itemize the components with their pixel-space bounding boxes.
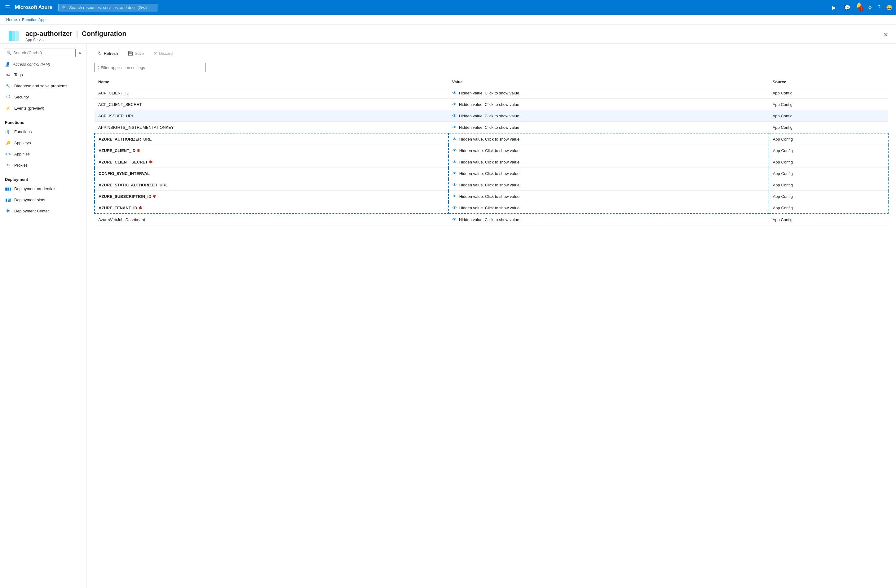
hidden-value-text: Hidden value. Click to show value bbox=[459, 194, 520, 199]
table-row[interactable]: AZURE_CLIENT_ID✱ 👁 Hidden value. Click t… bbox=[94, 145, 888, 156]
hidden-value-text: Hidden value. Click to show value bbox=[459, 125, 519, 130]
required-star: ✱ bbox=[152, 194, 156, 199]
sidebar-item-app-files[interactable]: </> App files bbox=[0, 148, 87, 160]
content-area: 🔍 « 👤 Access control (IAM) 🏷 Tags 🔧 Diag… bbox=[0, 44, 896, 588]
hidden-value-text: Hidden value. Click to show value bbox=[459, 148, 520, 153]
table-row[interactable]: ACP_ISSUER_URL 👁 Hidden value. Click to … bbox=[94, 110, 888, 122]
hidden-value-toggle[interactable]: 👁 Hidden value. Click to show value bbox=[453, 171, 765, 176]
table-row[interactable]: AZURE_AUTHORIZER_URL 👁 Hidden value. Cli… bbox=[94, 133, 888, 145]
sidebar-item-events[interactable]: ⚡ Events (preview) bbox=[0, 102, 87, 114]
setting-name: AzureWebJobsDashboard bbox=[94, 214, 448, 225]
breadcrumb-home[interactable]: Home bbox=[6, 17, 17, 22]
discard-button[interactable]: ✕ Discard bbox=[150, 49, 176, 58]
setting-source: App Config bbox=[769, 168, 888, 179]
table-row[interactable]: AZURE_TENANT_ID✱ 👁 Hidden value. Click t… bbox=[94, 202, 888, 214]
hidden-value-toggle[interactable]: 👁 Hidden value. Click to show value bbox=[453, 160, 765, 164]
table-row[interactable]: APPINSIGHTS_INSTRUMENTATIONKEY 👁 Hidden … bbox=[94, 122, 888, 134]
hidden-value-toggle[interactable]: 👁 Hidden value. Click to show value bbox=[453, 194, 765, 199]
sidebar-item-access-control[interactable]: 👤 Access control (IAM) bbox=[0, 59, 87, 69]
required-star: ✱ bbox=[149, 160, 152, 164]
hidden-value-toggle[interactable]: 👁 Hidden value. Click to show value bbox=[452, 113, 765, 118]
setting-name-text: AZURE_STATIC_AUTHORIZER_URL bbox=[99, 183, 168, 187]
table-row[interactable]: AZURE_SUBSCRIPTION_ID✱ 👁 Hidden value. C… bbox=[94, 191, 888, 202]
setting-name-text: ACP_ISSUER_URL bbox=[98, 114, 134, 118]
sidebar-search-input[interactable] bbox=[13, 50, 73, 55]
setting-value[interactable]: 👁 Hidden value. Click to show value bbox=[448, 179, 769, 191]
hidden-value-toggle[interactable]: 👁 Hidden value. Click to show value bbox=[453, 205, 765, 210]
col-value: Value bbox=[448, 77, 769, 87]
sidebar-item-proxies[interactable]: ↻ Proxies bbox=[0, 160, 87, 171]
account-icon[interactable]: 😀 bbox=[886, 5, 892, 11]
setting-value[interactable]: 👁 Hidden value. Click to show value bbox=[448, 122, 769, 134]
table-row[interactable]: CONFIG_SYNC_INTERVAL 👁 Hidden value. Cli… bbox=[94, 168, 888, 179]
table-row[interactable]: ACP_CLIENT_ID 👁 Hidden value. Click to s… bbox=[94, 87, 888, 99]
col-name: Name bbox=[94, 77, 448, 87]
setting-value[interactable]: 👁 Hidden value. Click to show value bbox=[448, 87, 769, 99]
sidebar-item-functions[interactable]: {f} Functions bbox=[0, 126, 87, 137]
hidden-value-toggle[interactable]: 👁 Hidden value. Click to show value bbox=[453, 137, 765, 141]
col-source: Source bbox=[769, 77, 888, 87]
hidden-value-toggle[interactable]: 👁 Hidden value. Click to show value bbox=[453, 182, 765, 187]
setting-value[interactable]: 👁 Hidden value. Click to show value bbox=[448, 214, 769, 225]
hidden-value-toggle[interactable]: 👁 Hidden value. Click to show value bbox=[452, 217, 765, 222]
close-button[interactable]: ✕ bbox=[882, 30, 890, 40]
filter-input[interactable] bbox=[101, 65, 203, 70]
setting-value[interactable]: 👁 Hidden value. Click to show value bbox=[448, 191, 769, 202]
search-icon: 🔍 bbox=[62, 5, 67, 10]
setting-value[interactable]: 👁 Hidden value. Click to show value bbox=[448, 133, 769, 145]
setting-value[interactable]: 👁 Hidden value. Click to show value bbox=[448, 99, 769, 110]
setting-name: APPINSIGHTS_INSTRUMENTATIONKEY bbox=[94, 122, 448, 134]
setting-name: AZURE_AUTHORIZER_URL bbox=[94, 133, 448, 145]
sidebar-item-deployment-center[interactable]: 🛠 Deployment Center bbox=[0, 205, 87, 216]
settings-icon[interactable]: ⚙ bbox=[868, 5, 872, 11]
sidebar-item-security[interactable]: 🛡 Security bbox=[0, 91, 87, 102]
sidebar-search-box[interactable]: 🔍 bbox=[4, 49, 76, 57]
sidebar-item-deployment-slots[interactable]: ▮▩ Deployment slots bbox=[0, 194, 87, 205]
feedback-icon[interactable]: 💬 bbox=[844, 5, 850, 11]
table-row[interactable]: ACP_CLIENT_SECRET 👁 Hidden value. Click … bbox=[94, 99, 888, 110]
setting-value[interactable]: 👁 Hidden value. Click to show value bbox=[448, 110, 769, 122]
hidden-value-toggle[interactable]: 👁 Hidden value. Click to show value bbox=[452, 90, 765, 96]
setting-name: AZURE_TENANT_ID✱ bbox=[94, 202, 448, 214]
eye-icon: 👁 bbox=[452, 217, 457, 222]
setting-value[interactable]: 👁 Hidden value. Click to show value bbox=[448, 145, 769, 156]
setting-name-text: AZURE_CLIENT_ID bbox=[99, 148, 136, 153]
refresh-button[interactable]: ↻ Refresh bbox=[94, 49, 122, 58]
table-row[interactable]: AZURE_CLIENT_SECRET✱ 👁 Hidden value. Cli… bbox=[94, 156, 888, 168]
hidden-value-toggle[interactable]: 👁 Hidden value. Click to show value bbox=[452, 102, 765, 107]
global-search-input[interactable] bbox=[69, 5, 150, 10]
filter-input-wrapper[interactable]: 〈 bbox=[94, 63, 206, 72]
hidden-value-text: Hidden value. Click to show value bbox=[459, 91, 519, 96]
setting-name-text: CONFIG_SYNC_INTERVAL bbox=[99, 171, 150, 176]
setting-value[interactable]: 👁 Hidden value. Click to show value bbox=[448, 156, 769, 168]
table-row[interactable]: AZURE_STATIC_AUTHORIZER_URL 👁 Hidden val… bbox=[94, 179, 888, 191]
sidebar-item-deployment-credentials[interactable]: ▮▮▮ Deployment credentials bbox=[0, 183, 87, 194]
notifications-icon[interactable]: 🔔 1 bbox=[856, 2, 862, 13]
eye-icon: 👁 bbox=[452, 113, 457, 118]
sidebar-collapse-button[interactable]: « bbox=[78, 49, 83, 57]
sidebar-item-label: Functions bbox=[14, 129, 32, 134]
page-title-block: acp-authorizer | Configuration App Servi… bbox=[26, 30, 126, 42]
settings-table: Name Value Source ACP_CLIENT_ID 👁 Hidden… bbox=[94, 77, 888, 225]
hidden-value-toggle[interactable]: 👁 Hidden value. Click to show value bbox=[452, 125, 765, 130]
setting-source: App Config bbox=[769, 179, 888, 191]
terminal-icon[interactable]: ▶_ bbox=[832, 5, 839, 11]
hidden-value-text: Hidden value. Click to show value bbox=[459, 102, 519, 107]
setting-name-text: ACP_CLIENT_ID bbox=[98, 91, 129, 96]
hidden-value-text: Hidden value. Click to show value bbox=[459, 217, 519, 222]
hidden-value-toggle[interactable]: 👁 Hidden value. Click to show value bbox=[453, 148, 765, 153]
sidebar-item-app-keys[interactable]: 🔑 App keys bbox=[0, 137, 87, 148]
eye-icon: 👁 bbox=[453, 182, 457, 187]
breadcrumb-function-app[interactable]: Function App bbox=[22, 17, 46, 22]
setting-value[interactable]: 👁 Hidden value. Click to show value bbox=[448, 202, 769, 214]
resource-icon bbox=[6, 29, 21, 43]
help-icon[interactable]: ? bbox=[878, 5, 881, 10]
table-row[interactable]: AzureWebJobsDashboard 👁 Hidden value. Cl… bbox=[94, 214, 888, 225]
global-search-bar[interactable]: 🔍 bbox=[58, 4, 157, 11]
setting-value[interactable]: 👁 Hidden value. Click to show value bbox=[448, 168, 769, 179]
save-button[interactable]: 💾 Save bbox=[124, 49, 148, 58]
sidebar-item-diagnose[interactable]: 🔧 Diagnose and solve problems bbox=[0, 80, 87, 91]
sidebar-item-tags[interactable]: 🏷 Tags bbox=[0, 69, 87, 80]
hamburger-menu[interactable]: ☰ bbox=[4, 3, 11, 12]
sidebar-item-label: Proxies bbox=[14, 163, 27, 167]
